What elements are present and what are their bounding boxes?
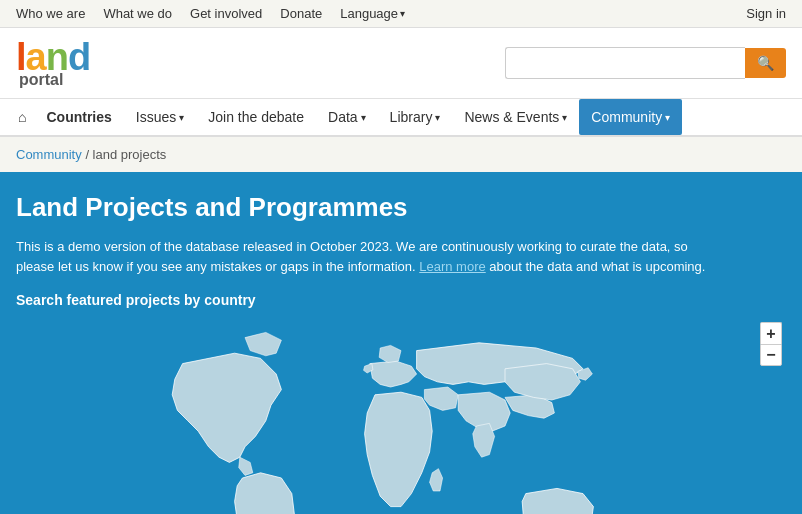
map-container: + −	[16, 322, 786, 514]
logo-link[interactable]: land portal	[16, 38, 90, 88]
main-content: Land Projects and Programmes This is a d…	[0, 172, 802, 514]
home-icon: ⌂	[18, 109, 26, 125]
issues-arrow-icon: ▾	[179, 112, 184, 123]
zoom-controls: + −	[760, 322, 782, 366]
world-map-svg[interactable]	[16, 322, 786, 514]
nav-item-news-events[interactable]: News & Events ▾	[452, 99, 579, 135]
logo-portal: portal	[16, 72, 90, 88]
nav-home-link[interactable]: ⌂	[10, 99, 34, 135]
nav-item-library[interactable]: Library ▾	[378, 99, 453, 135]
search-input[interactable]	[505, 47, 745, 79]
header: land portal 🔍	[0, 28, 802, 99]
breadcrumb-separator: /	[85, 147, 92, 162]
language-link[interactable]: Language▾	[340, 6, 405, 21]
language-arrow-icon: ▾	[400, 8, 405, 19]
community-arrow-icon: ▾	[665, 112, 670, 123]
description-part2: about the data and what is upcoming.	[489, 259, 705, 274]
donate-link[interactable]: Donate	[280, 6, 322, 21]
nav-item-countries[interactable]: Countries	[34, 99, 123, 135]
breadcrumb: Community / land projects	[0, 137, 802, 172]
breadcrumb-community-link[interactable]: Community	[16, 147, 82, 162]
description-text: This is a demo version of the database r…	[16, 237, 716, 276]
who-we-are-link[interactable]: Who we are	[16, 6, 85, 21]
get-involved-link[interactable]: Get involved	[190, 6, 262, 21]
language-label: Language	[340, 6, 398, 21]
search-area: 🔍	[505, 47, 786, 79]
zoom-out-button[interactable]: −	[760, 344, 782, 366]
nav-item-join-debate[interactable]: Join the debate	[196, 99, 316, 135]
page-title: Land Projects and Programmes	[16, 192, 786, 223]
data-arrow-icon: ▾	[361, 112, 366, 123]
news-arrow-icon: ▾	[562, 112, 567, 123]
main-nav: ⌂ Countries Issues ▾ Join the debate Dat…	[0, 99, 802, 137]
top-bar-right: Sign in	[746, 6, 786, 21]
search-icon: 🔍	[757, 55, 774, 71]
sign-in-link[interactable]: Sign in	[746, 6, 786, 21]
breadcrumb-current: land projects	[93, 147, 167, 162]
logo: land portal	[16, 38, 90, 88]
top-bar: Who we are What we do Get involved Donat…	[0, 0, 802, 28]
nav-item-issues[interactable]: Issues ▾	[124, 99, 196, 135]
what-we-do-link[interactable]: What we do	[103, 6, 172, 21]
search-country-label: Search featured projects by country	[16, 292, 786, 308]
search-button[interactable]: 🔍	[745, 48, 786, 78]
library-arrow-icon: ▾	[435, 112, 440, 123]
learn-more-link[interactable]: Learn more	[419, 259, 485, 274]
nav-item-data[interactable]: Data ▾	[316, 99, 378, 135]
nav-item-community[interactable]: Community ▾	[579, 99, 682, 135]
top-bar-nav: Who we are What we do Get involved Donat…	[16, 6, 405, 21]
zoom-in-button[interactable]: +	[760, 322, 782, 344]
